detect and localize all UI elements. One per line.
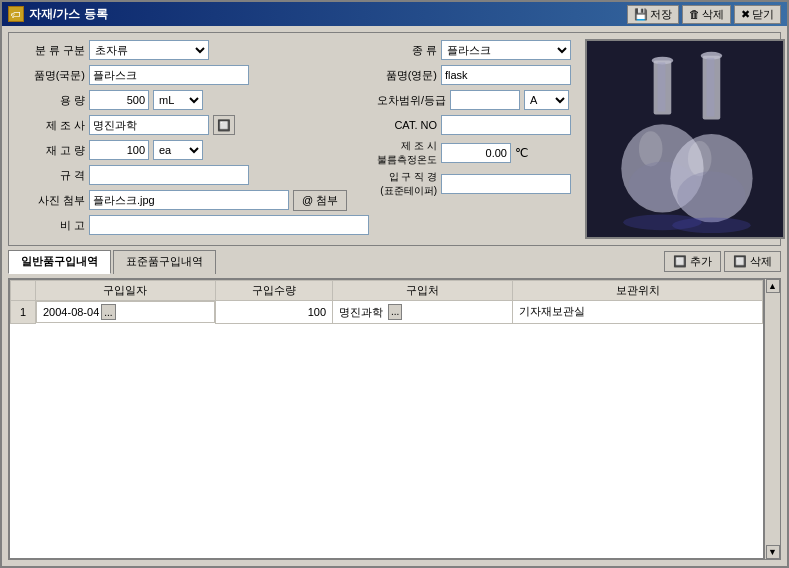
supplier-search-button[interactable]: ...	[388, 304, 402, 320]
memo-input[interactable]	[89, 215, 369, 235]
date-picker-button[interactable]: ...	[101, 304, 115, 320]
delete-row-button[interactable]: 🔲 삭제	[724, 251, 781, 272]
purchase-table: 구입일자 구입수량 구입처 보관위치 1 2004-08-04	[10, 280, 763, 324]
delete-icon: 🗑	[689, 8, 700, 20]
col-quantity: 구입수량	[215, 281, 332, 301]
svg-rect-6	[658, 63, 666, 112]
title-buttons: 💾 저장 🗑 삭제 ✖ 닫기	[627, 5, 781, 24]
cat-no-label: CAT. NO	[377, 119, 437, 131]
tab-general-purchase[interactable]: 일반품구입내역	[8, 250, 111, 274]
content-area: 분 류 구분 초자류 품명(국문) 용 량 mL	[2, 26, 787, 566]
memo-row: 비 고	[15, 214, 369, 236]
tabs-left: 일반품구입내역 표준품구입내역	[8, 250, 218, 274]
stock-label: 재 고 량	[15, 143, 85, 158]
category-label: 분 류 구분	[15, 43, 85, 58]
main-window: 🏷 자재/가스 등록 💾 저장 🗑 삭제 ✖ 닫기 분	[0, 0, 789, 568]
col-purchase-date: 구입일자	[36, 281, 216, 301]
cat-no-row: CAT. NO	[377, 114, 577, 136]
product-image	[585, 39, 785, 239]
error-range-row: 오차범위/등급 A	[377, 89, 577, 111]
error-range-input[interactable]	[450, 90, 520, 110]
scroll-down-button[interactable]: ▼	[766, 545, 780, 559]
table-container[interactable]: 구입일자 구입수량 구입처 보관위치 1 2004-08-04	[9, 279, 764, 559]
spec-row: 규 격	[15, 164, 369, 186]
stock-input[interactable]	[89, 140, 149, 160]
name-en-label: 품명(영문)	[377, 68, 437, 83]
storage-cell: 기자재보관실	[513, 301, 763, 324]
row-num: 1	[11, 301, 36, 324]
col-storage: 보관위치	[513, 281, 763, 301]
volume-unit-select[interactable]: mL	[153, 90, 203, 110]
volume-row: 용 량 mL	[15, 89, 369, 111]
table-wrapper: 구입일자 구입수량 구입처 보관위치 1 2004-08-04	[9, 279, 780, 559]
search-icon: 🔲	[217, 119, 231, 132]
window-icon: 🏷	[8, 6, 24, 22]
name-ko-input[interactable]	[89, 65, 249, 85]
tab-content: 구입일자 구입수량 구입처 보관위치 1 2004-08-04	[8, 278, 781, 560]
add-icon: 🔲	[673, 255, 687, 268]
purchase-date-cell: 2004-08-04 ...	[36, 301, 215, 323]
type-label: 종 류	[377, 43, 437, 58]
form-left: 분 류 구분 초자류 품명(국문) 용 량 mL	[15, 39, 369, 239]
manufacturer-input[interactable]	[89, 115, 209, 135]
boiling-row: 제 조 시 불름측정온도 ℃	[377, 139, 577, 167]
spec-input[interactable]	[89, 165, 249, 185]
error-range-label: 오차범위/등급	[377, 93, 446, 108]
photo-input[interactable]	[89, 190, 289, 210]
memo-label: 비 고	[15, 218, 85, 233]
stock-row: 재 고 량 ea	[15, 139, 369, 161]
title-bar: 🏷 자재/가스 등록 💾 저장 🗑 삭제 ✖ 닫기	[2, 2, 787, 26]
scroll-up-button[interactable]: ▲	[766, 279, 780, 293]
stock-unit-select[interactable]: ea	[153, 140, 203, 160]
cat-no-input[interactable]	[441, 115, 571, 135]
manufacturer-row: 제 조 사 🔲	[15, 114, 369, 136]
col-supplier: 구입처	[333, 281, 513, 301]
tab-standard-purchase[interactable]: 표준품구입내역	[113, 250, 216, 274]
name-ko-label: 품명(국문)	[15, 68, 85, 83]
photo-label: 사진 첨부	[15, 193, 85, 208]
title-bar-left: 🏷 자재/가스 등록	[8, 6, 108, 23]
delete-button[interactable]: 🗑 삭제	[682, 5, 731, 24]
spec-label: 규 격	[15, 168, 85, 183]
svg-point-10	[688, 141, 712, 176]
table-header-row: 구입일자 구입수량 구입처 보관위치	[11, 281, 763, 301]
save-icon: 💾	[634, 8, 648, 21]
photo-row: 사진 첨부 @ 첨부	[15, 189, 369, 211]
volume-input[interactable]	[89, 90, 149, 110]
type-select[interactable]: 플라스크	[441, 40, 571, 60]
supplier-cell: 명진과학 ...	[333, 301, 513, 324]
error-grade-select[interactable]: A	[524, 90, 569, 110]
save-button[interactable]: 💾 저장	[627, 5, 679, 24]
close-button[interactable]: ✖ 닫기	[734, 5, 781, 24]
name-en-input[interactable]	[441, 65, 571, 85]
delete-row-icon: 🔲	[733, 255, 747, 268]
svg-rect-12	[707, 58, 715, 117]
tabs-area: 일반품구입내역 표준품구입내역 🔲 추가 🔲 삭제	[8, 250, 781, 274]
boiling-label: 제 조 시 불름측정온도	[377, 139, 437, 167]
type-row: 종 류 플라스크	[377, 39, 577, 61]
name-en-row: 품명(영문)	[377, 64, 577, 86]
form-panel: 분 류 구분 초자류 품명(국문) 용 량 mL	[8, 32, 781, 246]
boiling-point-input[interactable]	[441, 143, 511, 163]
diameter-row: 입 구 직 경 (표준테이퍼)	[377, 170, 577, 198]
name-ko-row: 품명(국문)	[15, 64, 369, 86]
diameter-input[interactable]	[441, 174, 571, 194]
tabs-right: 🔲 추가 🔲 삭제	[664, 251, 781, 274]
svg-point-11	[677, 171, 746, 220]
form-middle: 종 류 플라스크 품명(영문) 오차범위/등급 A	[377, 39, 577, 239]
col-num	[11, 281, 36, 301]
manufacturer-label: 제 조 사	[15, 118, 85, 133]
add-row-button[interactable]: 🔲 추가	[664, 251, 721, 272]
category-select[interactable]: 초자류	[89, 40, 209, 60]
boiling-unit: ℃	[515, 146, 528, 160]
quantity-cell: 100	[215, 301, 332, 324]
close-icon: ✖	[741, 8, 750, 21]
window-title: 자재/가스 등록	[29, 6, 108, 23]
category-row: 분 류 구분 초자류	[15, 39, 369, 61]
photo-attach-button[interactable]: @ 첨부	[293, 190, 347, 211]
table-row[interactable]: 1 2004-08-04 ... 100 명진과학 ...	[11, 301, 763, 324]
svg-point-14	[672, 217, 750, 233]
vertical-scrollbar[interactable]: ▲ ▼	[764, 279, 780, 559]
manufacturer-search-button[interactable]: 🔲	[213, 115, 235, 135]
svg-point-4	[639, 131, 663, 166]
